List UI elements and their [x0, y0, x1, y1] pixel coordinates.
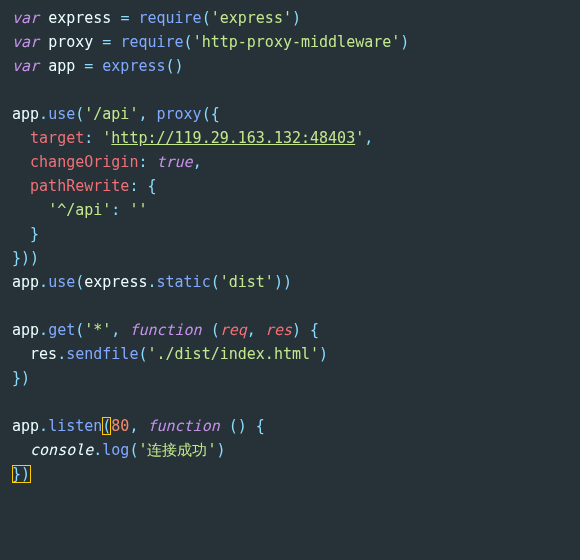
- brace: })): [12, 249, 39, 267]
- string-literal: 'dist': [220, 273, 274, 291]
- colon: :: [111, 201, 120, 219]
- identifier: res: [30, 345, 57, 363]
- method-call: sendfile: [66, 345, 138, 363]
- paren: ): [319, 345, 328, 363]
- string-literal: '/api': [84, 105, 138, 123]
- comma: ,: [129, 417, 138, 435]
- comma: ,: [138, 105, 147, 123]
- paren: ): [400, 33, 409, 51]
- parameter: res: [265, 321, 292, 339]
- function-call: proxy: [157, 105, 202, 123]
- dot: .: [147, 273, 156, 291]
- keyword-var: var: [12, 33, 39, 51]
- brace: {: [310, 321, 319, 339]
- bracket-match: }): [12, 465, 31, 483]
- dot: .: [57, 345, 66, 363]
- brace: ({: [202, 105, 220, 123]
- code-editor[interactable]: var express = require('express') var pro…: [12, 6, 568, 486]
- keyword-var: var: [12, 9, 39, 27]
- dot: .: [93, 441, 102, 459]
- code-line: target: 'http://119.29.163.132:48403',: [12, 129, 373, 147]
- method-call: use: [48, 105, 75, 123]
- operator: =: [102, 33, 111, 51]
- method-call: static: [157, 273, 211, 291]
- string-literal: 'http-proxy-middleware': [193, 33, 401, 51]
- code-line: }: [12, 225, 39, 243]
- string-key: '^/api': [48, 201, 111, 219]
- property: pathRewrite: [30, 177, 129, 195]
- keyword-function: function: [147, 417, 219, 435]
- brace: {: [256, 417, 265, 435]
- method-call: use: [48, 273, 75, 291]
- method-call: get: [48, 321, 75, 339]
- identifier: express: [48, 9, 111, 27]
- colon: :: [129, 177, 138, 195]
- code-line: console.log('连接成功'): [12, 441, 226, 459]
- code-line: var proxy = require('http-proxy-middlewa…: [12, 33, 409, 51]
- bracket-match: (: [102, 417, 111, 435]
- code-line: app.use(express.static('dist')): [12, 273, 292, 291]
- comma: ,: [111, 321, 120, 339]
- dot: .: [39, 321, 48, 339]
- paren: (: [184, 33, 193, 51]
- keyword-var: var: [12, 57, 39, 75]
- paren: (: [75, 105, 84, 123]
- paren: ): [292, 9, 301, 27]
- property: target: [30, 129, 84, 147]
- code-line: '^/api': '': [12, 201, 147, 219]
- code-line: var app = express(): [12, 57, 184, 75]
- dot: .: [39, 417, 48, 435]
- code-line: changeOrigin: true,: [12, 153, 202, 171]
- operator: =: [120, 9, 129, 27]
- url-link[interactable]: http://119.29.163.132:48403: [111, 129, 355, 147]
- operator: =: [84, 57, 93, 75]
- code-line: app.get('*', function (req, res) {: [12, 321, 319, 339]
- function-call: express: [102, 57, 165, 75]
- brace: }): [12, 369, 30, 387]
- number-literal: 80: [111, 417, 129, 435]
- boolean: true: [157, 153, 193, 171]
- colon: :: [84, 129, 93, 147]
- paren: (: [75, 273, 84, 291]
- identifier: proxy: [48, 33, 93, 51]
- identifier: app: [12, 105, 39, 123]
- paren: (: [211, 273, 220, 291]
- paren: (: [75, 321, 84, 339]
- keyword-function: function: [129, 321, 201, 339]
- method-call: listen: [48, 417, 102, 435]
- paren: ): [217, 441, 226, 459]
- string-literal: 'express': [211, 9, 292, 27]
- paren: (: [202, 9, 211, 27]
- comma: ,: [247, 321, 256, 339]
- function-call: require: [138, 9, 201, 27]
- code-line: app.listen(80, function () {: [12, 417, 265, 435]
- string-quote: ': [355, 129, 364, 147]
- comma: ,: [193, 153, 202, 171]
- code-line: pathRewrite: {: [12, 177, 157, 195]
- colon: :: [138, 153, 147, 171]
- function-call: require: [120, 33, 183, 51]
- identifier: express: [84, 273, 147, 291]
- parens: (): [229, 417, 247, 435]
- method-call: log: [102, 441, 129, 459]
- comma: ,: [364, 129, 373, 147]
- identifier: app: [48, 57, 75, 75]
- identifier: app: [12, 273, 39, 291]
- code-line: })): [12, 249, 39, 267]
- string-literal: '*': [84, 321, 111, 339]
- dot: .: [39, 105, 48, 123]
- string-literal: '': [129, 201, 147, 219]
- code-line: }): [12, 369, 30, 387]
- string-quote: ': [102, 129, 111, 147]
- identifier: console: [30, 441, 93, 459]
- code-line: app.use('/api', proxy({: [12, 105, 220, 123]
- brace: {: [147, 177, 156, 195]
- parameter: req: [220, 321, 247, 339]
- property: changeOrigin: [30, 153, 138, 171]
- code-line: }): [12, 465, 31, 483]
- identifier: app: [12, 417, 39, 435]
- paren: (: [211, 321, 220, 339]
- brace: }: [30, 225, 39, 243]
- string-literal: '连接成功': [138, 441, 216, 459]
- code-line: var express = require('express'): [12, 9, 301, 27]
